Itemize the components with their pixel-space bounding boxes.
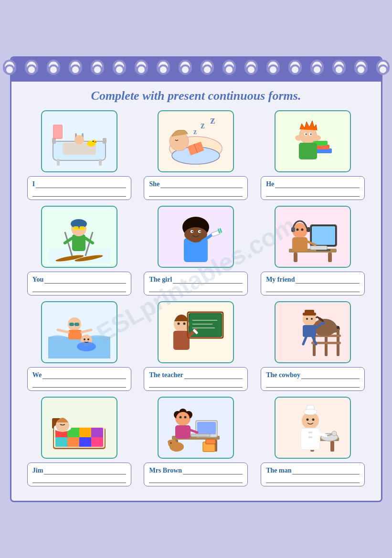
ring [266,60,280,74]
answer-line-teacher-2[interactable] [149,381,243,388]
answer-line-man-2[interactable] [266,476,360,483]
cell-you-img [23,206,136,268]
cell-he-text: He [257,174,369,200]
ring [69,60,82,74]
svg-rect-124 [79,437,91,447]
subject-label-jim: Jim [32,467,43,474]
svg-point-93 [178,322,180,325]
cell-jim-img [23,397,136,459]
answer-line-myfriend-2[interactable] [266,285,360,292]
answer-line-i-1[interactable] [36,181,126,188]
svg-rect-133 [197,422,216,434]
answer-line-he-1[interactable] [275,181,360,188]
text-box-she: She [144,176,248,200]
image-computer [275,206,351,268]
svg-rect-40 [73,226,79,230]
cell-you-text: You [23,270,136,295]
svg-point-84 [87,338,89,340]
svg-rect-60 [328,253,332,262]
row-1-images: z z z [23,110,369,172]
answer-line-he-2[interactable] [266,190,360,197]
ring [113,60,126,74]
subject-label-we: We [32,371,42,379]
cell-cowboy-text: The cowboy [257,365,369,391]
answer-line-girl-2[interactable] [149,285,243,292]
subject-label-cowboy: The cowboy [266,371,300,379]
svg-rect-76 [74,323,79,326]
svg-rect-78 [68,330,82,339]
cell-she-img: z z z [140,110,252,172]
label-line-she: She [149,180,243,188]
label-line-you: You [32,276,126,284]
svg-rect-120 [79,428,91,437]
answer-line-we-1[interactable] [42,372,126,379]
ring [3,60,16,74]
label-line-teacher: The teacher [149,371,243,379]
svg-point-162 [308,436,310,438]
svg-text:z: z [210,115,215,126]
text-box-the-cowboy: The cowboy [261,367,365,391]
svg-rect-125 [91,437,103,447]
row-4-text: Jim Mrs Brown The ma [23,461,369,486]
svg-rect-153 [330,441,334,452]
cell-jim-text: Jim [23,461,136,486]
image-studying [275,110,351,172]
answer-line-i-2[interactable] [32,190,126,197]
answer-line-she-2[interactable] [149,190,243,197]
answer-line-jim-1[interactable] [44,468,126,474]
label-line-i: I [32,180,126,188]
svg-point-29 [306,133,307,135]
ring [91,60,104,74]
answer-line-man-1[interactable] [292,468,360,474]
svg-point-148 [170,442,172,443]
svg-rect-121 [91,428,103,437]
svg-point-82 [77,342,96,351]
answer-line-teacher-1[interactable] [184,372,243,379]
answer-line-you-2[interactable] [32,285,126,292]
svg-line-166 [320,434,327,436]
svg-rect-122 [55,437,67,447]
answer-line-you-1[interactable] [44,277,126,284]
row-4-images [23,397,369,459]
ring [288,60,302,74]
answer-line-cowboy-1[interactable] [301,372,360,379]
label-line-jim: Jim [32,467,126,474]
answer-line-she-1[interactable] [160,181,243,188]
answer-line-mrsbrown-1[interactable] [183,468,243,474]
ring [135,60,148,74]
label-line-man: The man [266,467,360,474]
text-box-jim: Jim [27,463,131,486]
subject-label-myfriend: My friend [266,276,295,284]
svg-rect-143 [191,434,210,437]
subject-label-girl: The girl [149,276,172,284]
svg-point-140 [184,416,187,418]
svg-rect-59 [294,253,297,262]
label-line-we: We [32,371,126,379]
text-box-the-man: The man [261,463,365,486]
text-box-mrs-brown: Mrs Brown [144,463,248,486]
answer-line-myfriend-1[interactable] [296,277,360,284]
image-swimming [41,301,117,363]
svg-line-80 [82,330,91,332]
ring [354,60,368,74]
ring [25,60,38,74]
answer-line-girl-1[interactable] [173,277,243,284]
cell-mrsbrown-text: Mrs Brown [140,461,252,486]
ring [310,60,324,74]
row-2-images [23,206,369,268]
answer-line-jim-2[interactable] [32,476,126,483]
svg-point-52 [192,231,193,232]
answer-line-mrsbrown-2[interactable] [149,476,243,483]
svg-point-160 [308,432,310,433]
svg-point-114 [311,318,313,320]
answer-line-we-2[interactable] [32,381,126,388]
label-line-mrsbrown: Mrs Brown [149,467,243,474]
svg-rect-2 [103,138,106,144]
cell-cowboy-img [257,301,369,363]
svg-rect-62 [312,226,335,245]
ring [179,60,192,74]
svg-rect-109 [303,325,316,337]
svg-point-161 [310,432,312,433]
svg-point-30 [310,133,312,135]
answer-line-cowboy-2[interactable] [266,381,360,388]
